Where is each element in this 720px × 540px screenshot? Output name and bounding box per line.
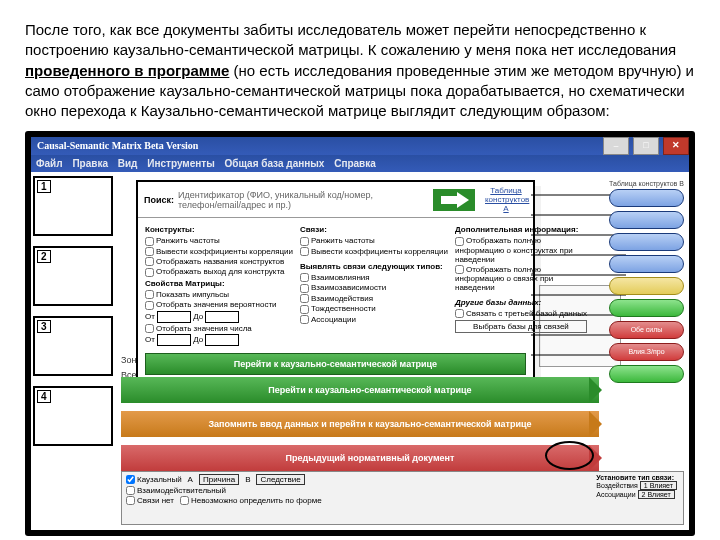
- thumbnail-pane: 1 2 3 4: [33, 176, 113, 456]
- panel-right-area: Установите тип связи: Воздействия1 Влияе…: [596, 474, 677, 499]
- cb-p2[interactable]: Отобрать значения вероятности: [145, 300, 293, 309]
- intro-underline: проведенного в программе: [25, 62, 229, 79]
- col-links: Связи: Ранжить частоты Вывести коэффицие…: [300, 223, 448, 347]
- pill-4[interactable]: [609, 255, 684, 273]
- cb-e1[interactable]: Отображать полную информацию о конструкт…: [455, 236, 587, 263]
- pill-5[interactable]: [609, 277, 684, 295]
- menu-view[interactable]: Вид: [118, 158, 138, 169]
- arrow-go-matrix[interactable]: Перейти к каузально-семантической матриц…: [121, 377, 599, 403]
- chk-undet[interactable]: Невозможно определить по форме: [180, 496, 322, 505]
- link-types-heading: Выявлять связи следующих типов:: [300, 262, 448, 271]
- thumb-3[interactable]: 3: [33, 316, 113, 376]
- app-canvas: Файл Правка Вид Инструменты Общая база д…: [31, 155, 689, 530]
- chk-causal[interactable]: Каузальный: [126, 475, 182, 484]
- pill-3[interactable]: [609, 233, 684, 251]
- col-constructs: Конструкты: Ранжить частоты Вывести коэф…: [145, 223, 293, 347]
- minimize-button[interactable]: –: [603, 137, 629, 155]
- pill-6[interactable]: [609, 299, 684, 317]
- go-matrix-button[interactable]: Перейти к каузально-семантической матриц…: [145, 353, 526, 375]
- to-field-1[interactable]: [205, 311, 239, 323]
- pill-red-2[interactable]: Влия.З/про: [609, 343, 684, 361]
- other-db-heading: Другие базы данных:: [455, 298, 587, 307]
- menu-database[interactable]: Общая база данных: [225, 158, 325, 169]
- menu-bar[interactable]: Файл Правка Вид Инструменты Общая база д…: [31, 155, 689, 172]
- col-extra: Дополнительная информация: Отображать по…: [455, 223, 587, 347]
- intro-paragraph: После того, как все документы забиты исс…: [25, 20, 695, 121]
- arrow-prev-doc[interactable]: Предыдущий нормативный документ: [121, 445, 599, 471]
- window-buttons: – □ ✕: [599, 137, 689, 155]
- constructs-heading: Конструкты:: [145, 225, 293, 234]
- nav-arrows: Перейти к каузально-семантической матриц…: [121, 377, 599, 479]
- cb-l2[interactable]: Вывести коэффициенты корреляции: [300, 247, 448, 256]
- from-field-1[interactable]: [157, 311, 191, 323]
- thumb-4[interactable]: 4: [33, 386, 113, 446]
- dialog-body: Конструкты: Ранжить частоты Вывести коэф…: [138, 218, 533, 382]
- window-title-bar: Causal-Semantic Matrix Beta Version – □ …: [31, 137, 689, 155]
- svg-marker-0: [441, 192, 469, 208]
- link-type-panel: Установите тип связи: Воздействия1 Влияе…: [121, 471, 684, 525]
- cb-t2[interactable]: Взаимозависимости: [300, 283, 448, 292]
- dialog-top-row: Поиск: Идентификатор (ФИО, уникальный ко…: [138, 182, 533, 218]
- menu-file[interactable]: Файл: [36, 158, 63, 169]
- search-hint: Идентификатор (ФИО, уникальный код/номер…: [178, 190, 427, 210]
- right-pill-pane: Таблица конструктов В Обе силы Влия.З/пр…: [609, 180, 684, 387]
- window-title: Causal-Semantic Matrix Beta Version: [37, 140, 198, 151]
- links-heading: Связи:: [300, 225, 448, 234]
- cb-t5[interactable]: Ассоциации: [300, 315, 448, 324]
- pill-red-1[interactable]: Обе силы: [609, 321, 684, 339]
- cb-t4[interactable]: Тождественности: [300, 304, 448, 313]
- thumb-2[interactable]: 2: [33, 246, 113, 306]
- menu-tools[interactable]: Инструменты: [147, 158, 215, 169]
- cb-c3[interactable]: Отображать названия конструктов: [145, 257, 293, 266]
- btn-effect[interactable]: Следствие: [256, 474, 304, 485]
- cb-t1[interactable]: Взаимовлияния: [300, 273, 448, 282]
- cb-t3[interactable]: Взаимодействия: [300, 294, 448, 303]
- matrix-dialog: Поиск: Идентификатор (ФИО, уникальный ко…: [136, 180, 535, 384]
- next-arrow-icon[interactable]: [433, 189, 475, 211]
- right-pane-title: Таблица конструктов В: [609, 180, 684, 187]
- cb-c4[interactable]: Отображать выход для конструкта: [145, 267, 293, 276]
- to-field-2[interactable]: [205, 334, 239, 346]
- chk-inter[interactable]: Взаимодействительный: [126, 486, 226, 495]
- search-label: Поиск:: [144, 195, 174, 205]
- screenshot-frame: Causal-Semantic Matrix Beta Version – □ …: [25, 131, 695, 536]
- panel-title: Установите тип связи:: [596, 474, 674, 481]
- arrow-save-go[interactable]: Запомнить ввод данных и перейти к каузал…: [121, 411, 599, 437]
- cb-c2[interactable]: Вывести коэффициенты корреляции: [145, 247, 293, 256]
- cb-c1[interactable]: Ранжить частоты: [145, 236, 293, 245]
- tab-constructs-a[interactable]: Таблица конструктов А: [485, 186, 527, 213]
- cb-ext[interactable]: Связать с третьей базой данных: [455, 309, 587, 318]
- btn-v2[interactable]: 2 Влияет: [638, 490, 675, 499]
- from-field-2[interactable]: [157, 334, 191, 346]
- cb-e2[interactable]: Отображать полную информацию о связях пр…: [455, 265, 587, 292]
- menu-edit[interactable]: Правка: [72, 158, 108, 169]
- pill-2[interactable]: [609, 211, 684, 229]
- btn-v1[interactable]: 1 Влияет: [640, 481, 677, 490]
- intro-text-1: После того, как все документы забиты исс…: [25, 21, 676, 58]
- cb-p1[interactable]: Показать импульсы: [145, 290, 293, 299]
- cb-p3[interactable]: Отобрать значения числа: [145, 324, 293, 333]
- pill-9[interactable]: [609, 365, 684, 383]
- menu-help[interactable]: Справка: [334, 158, 376, 169]
- btn-cause[interactable]: Причина: [199, 474, 239, 485]
- select-db-button[interactable]: Выбрать базы для связей: [455, 320, 587, 333]
- close-button[interactable]: ✕: [663, 137, 689, 155]
- thumb-1[interactable]: 1: [33, 176, 113, 236]
- cb-l1[interactable]: Ранжить частоты: [300, 236, 448, 245]
- maximize-button[interactable]: □: [633, 137, 659, 155]
- pill-1[interactable]: [609, 189, 684, 207]
- matrix-props-heading: Свойства Матрицы:: [145, 279, 293, 288]
- chk-none[interactable]: Связи нет: [126, 496, 174, 505]
- extra-heading: Дополнительная информация:: [455, 225, 587, 234]
